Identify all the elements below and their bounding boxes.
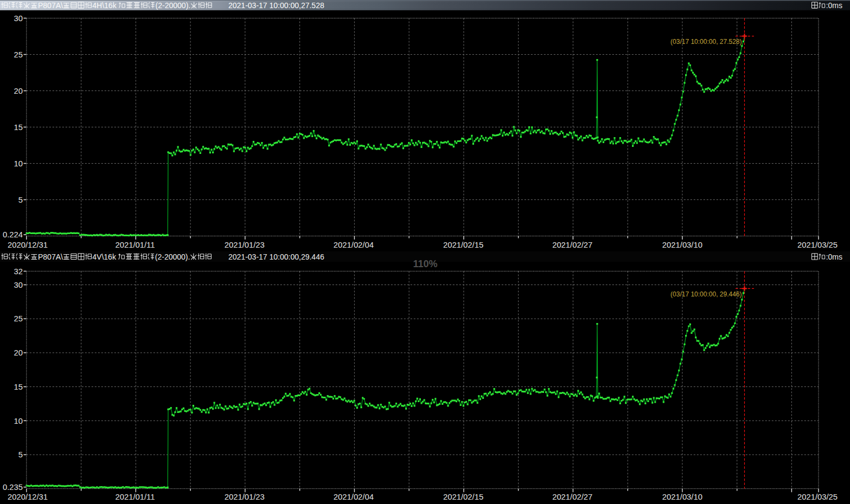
svg-text:110%: 110% [413, 259, 437, 269]
svg-text:32: 32 [14, 267, 23, 276]
svg-text:4V\16k: 4V\16k [92, 253, 117, 261]
svg-text:2020/12/31: 2020/12/31 [8, 241, 48, 249]
svg-text:(2-20000).: (2-20000). [156, 1, 191, 10]
svg-text:10: 10 [14, 417, 23, 425]
svg-text:(03/17 10:00:00, 27.528): (03/17 10:00:00, 27.528) [670, 38, 742, 46]
svg-text:30: 30 [14, 281, 23, 289]
svg-text::0ms: :0ms [826, 1, 842, 10]
svg-text:2021/02/15: 2021/02/15 [443, 241, 483, 249]
svg-text:2021/01/23: 2021/01/23 [225, 241, 265, 249]
svg-text:2021/01/11: 2021/01/11 [116, 493, 155, 501]
svg-text:5: 5 [18, 450, 23, 459]
svg-text:2021-03-17 10:00:00,29.446: 2021-03-17 10:00:00,29.446 [228, 253, 324, 261]
svg-text:15: 15 [14, 383, 23, 391]
svg-text:2021/02/04: 2021/02/04 [334, 493, 374, 501]
svg-text:2021/01/23: 2021/01/23 [225, 493, 265, 501]
svg-text:2021/03/10: 2021/03/10 [662, 493, 702, 501]
svg-text:15: 15 [14, 123, 23, 132]
svg-text:2021/02/27: 2021/02/27 [552, 241, 592, 249]
svg-text::0ms: :0ms [826, 253, 842, 261]
svg-text:0.235: 0.235 [3, 483, 23, 492]
svg-text:(03/17 10:00:00, 29.446): (03/17 10:00:00, 29.446) [670, 290, 742, 298]
svg-text:0.224: 0.224 [3, 230, 23, 239]
svg-text:(2-20000).: (2-20000). [155, 253, 190, 261]
svg-text:20: 20 [14, 87, 23, 95]
svg-text:2021/02/27: 2021/02/27 [552, 493, 592, 501]
svg-text:P807A\: P807A\ [38, 253, 63, 261]
svg-text:P807A\: P807A\ [38, 1, 63, 10]
svg-text:30: 30 [14, 14, 23, 23]
svg-text:4H\16k: 4H\16k [92, 1, 117, 10]
svg-text:10: 10 [14, 159, 23, 168]
svg-text:5: 5 [18, 196, 23, 204]
svg-text:2021/03/25: 2021/03/25 [797, 493, 838, 501]
svg-text:2020/12/31: 2020/12/31 [8, 493, 48, 501]
svg-text:2021/02/04: 2021/02/04 [334, 241, 374, 249]
svg-text:2021/03/25: 2021/03/25 [797, 241, 838, 249]
svg-text:2021-03-17 10:00:00,27.528: 2021-03-17 10:00:00,27.528 [228, 1, 324, 10]
svg-text:25: 25 [14, 50, 23, 59]
svg-text:25: 25 [14, 314, 23, 323]
svg-text:2021/03/10: 2021/03/10 [662, 241, 702, 249]
svg-text:2021/02/15: 2021/02/15 [443, 493, 483, 501]
svg-text:2021/01/11: 2021/01/11 [116, 241, 155, 249]
svg-text:20: 20 [14, 348, 23, 357]
